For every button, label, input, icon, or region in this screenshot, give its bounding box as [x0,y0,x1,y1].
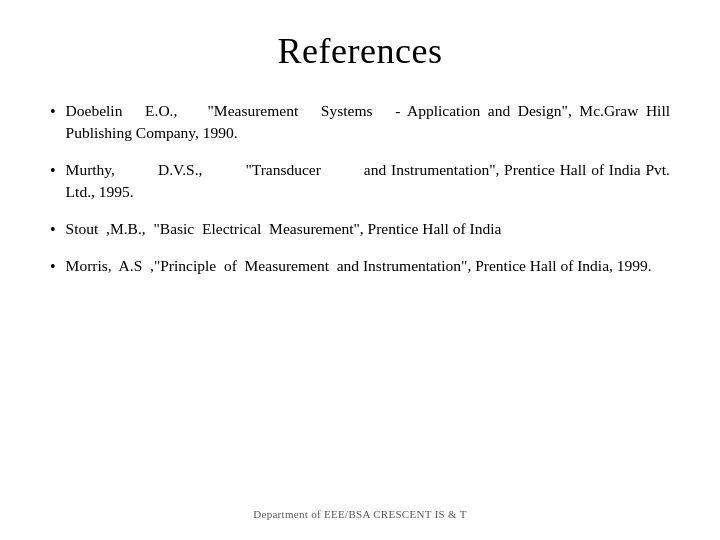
bullet-1: • [50,100,56,123]
bullet-3: • [50,218,56,241]
footer-text: Department of EEE/BSA CRESCENT IS & T [253,508,467,520]
list-item: • Murthy, D.V.S., "Transducer and Instru… [50,159,670,204]
references-list: • Doebelin E.O., "Measurement Systems - … [50,100,670,502]
page-title: References [278,30,443,72]
bullet-4: • [50,255,56,278]
ref-text-4: Morris, A.S ,"Principle of Measurement a… [66,255,670,277]
list-item: • Doebelin E.O., "Measurement Systems - … [50,100,670,145]
list-item: • Morris, A.S ,"Principle of Measurement… [50,255,670,278]
list-item: • Stout ,M.B., "Basic Electrical Measure… [50,218,670,241]
bullet-2: • [50,159,56,182]
ref-text-3: Stout ,M.B., "Basic Electrical Measureme… [66,218,670,240]
page-container: References • Doebelin E.O., "Measurement… [0,0,720,540]
ref-text-2: Murthy, D.V.S., "Transducer and Instrume… [66,159,670,204]
ref-text-1: Doebelin E.O., "Measurement Systems - Ap… [66,100,670,145]
